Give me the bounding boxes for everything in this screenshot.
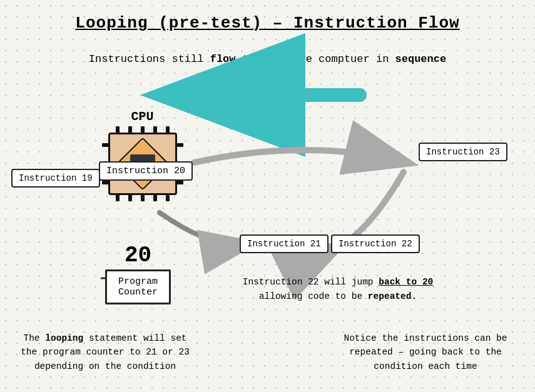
- pc-label-line1: Program: [118, 276, 158, 287]
- pin: [141, 194, 145, 201]
- chip-pins-bottom: [111, 194, 174, 201]
- subtitle-flow: flow: [210, 53, 236, 65]
- cpu-to-instr23-arrow: [194, 150, 407, 163]
- jump-text-prefix: Instruction 22 will jump: [243, 277, 379, 287]
- subtitle: Instructions still flow through the comp…: [89, 53, 446, 65]
- instruction-22-box: Instruction 22: [331, 234, 420, 253]
- subtitle-prefix: Instructions still: [89, 53, 210, 65]
- jump-repeated: repeated.: [368, 291, 417, 301]
- instruction-19-box: Instruction 19: [11, 169, 100, 188]
- program-counter-box: Program Counter: [105, 269, 171, 304]
- pin: [153, 194, 157, 201]
- program-counter-number: 20: [105, 243, 171, 268]
- subtitle-middle: through the comptuer in: [235, 53, 395, 65]
- instruction-20-box: Instruction 20: [99, 161, 193, 181]
- page-title: Looping (pre-test) – Instruction Flow: [75, 14, 459, 33]
- subtitle-sequence: sequence: [395, 53, 447, 65]
- cpu-container: CPU: [91, 109, 194, 201]
- pin: [116, 194, 120, 201]
- bottom-left-text: The looping statement will setthe progra…: [11, 331, 199, 373]
- bl-looping: looping: [45, 333, 83, 343]
- jump-description: Instruction 22 will jump back to 20 allo…: [241, 275, 435, 304]
- bottom-right-text: Notice the instructions can berepeated –…: [329, 331, 522, 373]
- instruction-21-box: Instruction 21: [240, 234, 329, 253]
- jump-text-middle: allowing code to be: [259, 291, 368, 301]
- instruction-23-box: Instruction 23: [419, 143, 507, 161]
- pc-label-line2: Counter: [118, 287, 158, 298]
- jump-highlight: back to 20: [379, 277, 433, 287]
- bl-prefix: The: [23, 333, 45, 343]
- pin: [166, 194, 170, 201]
- program-counter-container: 20 Program Counter: [105, 243, 171, 304]
- pin: [128, 194, 132, 201]
- cpu-to-instr21-arrow: [160, 213, 250, 244]
- cpu-label: CPU: [91, 109, 194, 124]
